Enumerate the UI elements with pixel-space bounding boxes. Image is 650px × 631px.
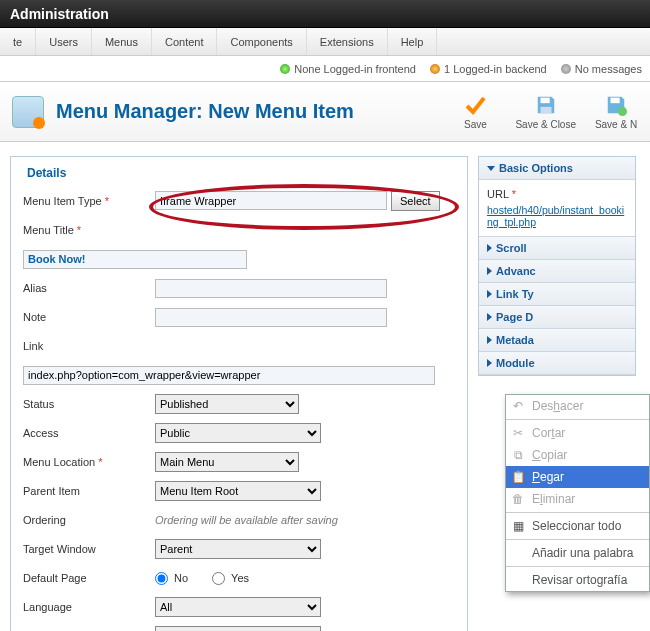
options-panel: Basic Options URL * hosted/h40/pub/insta…: [478, 156, 636, 376]
ctx-paste[interactable]: 📋Pegar: [506, 466, 649, 488]
status-backend: 1 Logged-in backend: [430, 63, 547, 75]
svg-point-3: [618, 107, 627, 116]
menu-location-select[interactable]: Main Menu: [155, 452, 299, 472]
chevron-right-icon: [487, 267, 492, 275]
menu-components[interactable]: Components: [217, 28, 306, 55]
details-legend: Details: [23, 166, 70, 180]
alias-input[interactable]: [155, 279, 387, 298]
status-bar: None Logged-in frontend 1 Logged-in back…: [0, 56, 650, 82]
menu-menus[interactable]: Menus: [92, 28, 152, 55]
basic-options-header[interactable]: Basic Options: [479, 157, 635, 180]
metadata-header[interactable]: Metada: [479, 329, 635, 352]
admin-bar: Administration: [0, 0, 650, 28]
link-type-header[interactable]: Link Ty: [479, 283, 635, 306]
access-select[interactable]: Public: [155, 423, 321, 443]
menu-item-type-input[interactable]: [155, 191, 387, 210]
menu-manager-icon: [12, 96, 44, 128]
menu-title-input[interactable]: [23, 250, 247, 269]
basic-options-body: URL * hosted/h40/pub/instant_booking_tpl…: [479, 180, 635, 237]
copy-icon: ⧉: [510, 447, 526, 463]
select-type-button[interactable]: Select: [391, 191, 440, 211]
user-icon: [430, 64, 440, 74]
top-menu: te Users Menus Content Components Extens…: [0, 28, 650, 56]
note-input[interactable]: [155, 308, 387, 327]
user-icon: [280, 64, 290, 74]
link-input[interactable]: [23, 366, 435, 385]
toolbar: Save Save & Close Save & N: [453, 93, 638, 130]
ctx-delete[interactable]: 🗑Eliminar: [506, 488, 649, 510]
save-close-button[interactable]: Save & Close: [515, 93, 576, 130]
row-menu-item-type: Menu Item Type * Select: [23, 190, 455, 212]
url-value[interactable]: hosted/h40/pub/instant_booking_tpl.php: [487, 204, 624, 228]
check-icon: [463, 93, 487, 117]
chevron-right-icon: [487, 313, 492, 321]
svg-rect-0: [540, 98, 549, 104]
status-messages: No messages: [561, 63, 642, 75]
ordering-note: Ordering will be available after saving: [155, 514, 338, 526]
module-header[interactable]: Module: [479, 352, 635, 375]
page-title: Menu Manager: New Menu Item: [56, 100, 354, 123]
ctx-add-word[interactable]: Añadir una palabra: [506, 542, 649, 564]
menu-users[interactable]: Users: [36, 28, 92, 55]
language-select[interactable]: All: [155, 597, 321, 617]
default-page-no-radio[interactable]: [155, 572, 168, 585]
default-page-yes-radio[interactable]: [212, 572, 225, 585]
ctx-spellcheck[interactable]: Revisar ortografía: [506, 569, 649, 591]
save-new-button[interactable]: Save & N: [594, 93, 638, 130]
ctx-copy[interactable]: ⧉Copiar: [506, 444, 649, 466]
template-style-select[interactable]: - Use Default -: [155, 626, 321, 631]
chevron-right-icon: [487, 244, 492, 252]
app-title: Administration: [10, 6, 109, 22]
status-select[interactable]: Published: [155, 394, 299, 414]
chevron-right-icon: [487, 290, 492, 298]
select-all-icon: ▦: [510, 518, 526, 534]
menu-extensions[interactable]: Extensions: [307, 28, 388, 55]
details-panel: Details Menu Item Type * Select Menu Tit…: [10, 156, 468, 631]
scissors-icon: ✂: [510, 425, 526, 441]
clipboard-icon: 📋: [510, 469, 526, 485]
chevron-down-icon: [487, 166, 495, 171]
chevron-right-icon: [487, 359, 492, 367]
ctx-cut[interactable]: ✂Cortar: [506, 422, 649, 444]
menu-help[interactable]: Help: [388, 28, 438, 55]
context-menu: ↶Deshacer ✂Cortar ⧉Copiar 📋Pegar 🗑Elimin…: [505, 394, 650, 592]
mail-icon: [561, 64, 571, 74]
svg-rect-2: [611, 98, 620, 104]
svg-rect-1: [540, 107, 551, 113]
advanced-header[interactable]: Advanc: [479, 260, 635, 283]
undo-icon: ↶: [510, 398, 526, 414]
disk-icon: [534, 93, 558, 117]
parent-item-select[interactable]: Menu Item Root: [155, 481, 321, 501]
target-window-select[interactable]: Parent: [155, 539, 321, 559]
delete-icon: 🗑: [510, 491, 526, 507]
menu-content[interactable]: Content: [152, 28, 218, 55]
disk-plus-icon: [604, 93, 628, 117]
save-button[interactable]: Save: [453, 93, 497, 130]
status-frontend: None Logged-in frontend: [280, 63, 416, 75]
menu-site[interactable]: te: [0, 28, 36, 55]
row-menu-title: Menu Title *: [23, 219, 455, 241]
ctx-undo[interactable]: ↶Deshacer: [506, 395, 649, 417]
scroll-header[interactable]: Scroll: [479, 237, 635, 260]
chevron-right-icon: [487, 336, 492, 344]
page-header: Menu Manager: New Menu Item Save Save & …: [0, 82, 650, 142]
ctx-select-all[interactable]: ▦Seleccionar todo: [506, 515, 649, 537]
page-display-header[interactable]: Page D: [479, 306, 635, 329]
